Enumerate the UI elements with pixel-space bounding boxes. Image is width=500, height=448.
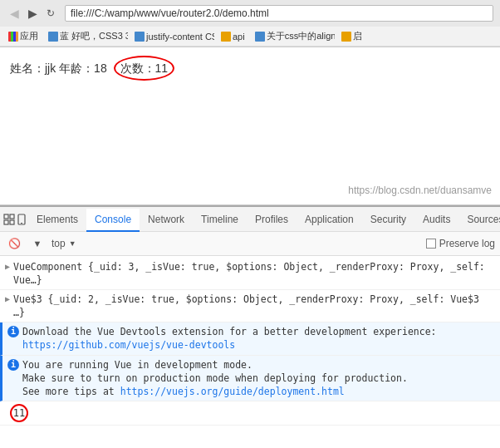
entry-text-1: VueComponent {_uid: 3, _isVue: true, $op… — [13, 260, 495, 287]
console-entry-4: i You are running Vue in development mod… — [0, 356, 500, 401]
bookmark-icon-2 — [135, 32, 145, 42]
reload-button[interactable]: ↻ — [43, 6, 58, 21]
bookmark-2[interactable]: justify-content CSS3 — [131, 31, 214, 42]
bookmark-label-4: 关于css中的align-co — [267, 30, 335, 42]
console-entry-1: ▶ VueComponent {_uid: 3, _isVue: true, $… — [0, 258, 500, 290]
bookmark-1[interactable]: 蓝 好吧，CSS3 3D tran — [45, 29, 128, 43]
console-content[interactable]: ▶ VueComponent {_uid: 3, _isVue: true, $… — [0, 256, 500, 438]
bookmark-5[interactable]: 启 — [338, 29, 365, 43]
vue-tips-link[interactable]: https://vuejs.org/guide/deployment.html — [120, 386, 345, 397]
filter-button[interactable]: ▼ — [28, 234, 47, 253]
expand-arrow-1[interactable]: ▶ — [5, 261, 10, 273]
apps-icon — [8, 32, 18, 42]
info-icon-4: i — [7, 359, 19, 371]
svg-rect-0 — [4, 214, 8, 219]
nav-buttons: ◀ ▶ ↻ — [7, 6, 58, 21]
preserve-log-checkbox[interactable] — [426, 239, 436, 249]
bookmark-icon-5 — [341, 32, 351, 42]
page-main-text: 姓名：jjk 年龄：18 — [10, 62, 107, 75]
bookmark-label-2: justify-content CSS3 — [146, 32, 214, 42]
bookmark-label-1: 蓝 好吧，CSS3 3D tran — [60, 30, 128, 42]
bookmark-3[interactable]: api — [218, 31, 248, 42]
top-label: top — [51, 238, 66, 249]
tab-audits[interactable]: Audits — [414, 209, 458, 232]
console-toolbar: 🚫 ▼ top ▼ Preserve log — [0, 232, 500, 256]
expand-arrow-2[interactable]: ▶ — [5, 293, 10, 305]
forward-button[interactable]: ▶ — [25, 6, 40, 21]
tab-console[interactable]: Console — [86, 209, 140, 232]
tab-timeline[interactable]: Timeline — [193, 209, 247, 232]
bookmark-label-3: api — [233, 32, 245, 42]
devtools-toolbar: Elements Console Network Timeline Profil… — [0, 207, 500, 232]
mobile-button[interactable] — [17, 210, 27, 229]
inspect-element-button[interactable] — [3, 210, 15, 229]
console-entry-3: i Download the Vue Devtools extension fo… — [0, 322, 500, 355]
highlight-count: 次数：11 — [114, 56, 175, 81]
console-entry-2: ▶ Vue$3 {_uid: 2, _isVue: true, $options… — [0, 290, 500, 322]
bookmark-apps[interactable]: 应用 — [5, 29, 42, 43]
bookmark-apps-label: 应用 — [20, 30, 38, 42]
bookmark-icon-4 — [255, 32, 265, 42]
preserve-log-label: Preserve log — [439, 238, 495, 249]
bookmark-4[interactable]: 关于css中的align-co — [252, 29, 335, 43]
devtools-tabs: Elements Console Network Timeline Profil… — [28, 209, 500, 230]
filter-top: top ▼ — [51, 238, 76, 249]
tab-profiles[interactable]: Profiles — [247, 209, 297, 232]
page-text: 姓名：jjk 年龄：18 次数：11 — [10, 56, 490, 81]
back-button[interactable]: ◀ — [7, 6, 22, 21]
tab-security[interactable]: Security — [362, 209, 414, 232]
url-text: file:///C:/wamp/www/vue/router2.0/demo.h… — [71, 7, 269, 19]
browser-chrome: ◀ ▶ ↻ file:///C:/wamp/www/vue/router2.0/… — [0, 0, 500, 47]
bookmark-label-5: 启 — [353, 30, 362, 42]
bookmarks-bar: 应用 蓝 好吧，CSS3 3D tran justify-content CSS… — [0, 27, 500, 47]
tab-application[interactable]: Application — [297, 209, 362, 232]
devtools-link[interactable]: https://github.com/vuejs/vue-devtools — [22, 339, 235, 351]
preserve-log-option: Preserve log — [426, 238, 495, 249]
svg-rect-2 — [4, 220, 8, 224]
entry-text-3: Download the Vue Devtools extension for … — [22, 325, 495, 352]
titlebar: ◀ ▶ ↻ file:///C:/wamp/www/vue/router2.0/… — [0, 0, 500, 27]
watermark: https://blog.csdn.net/duansamve — [348, 185, 492, 196]
bookmark-icon-1 — [48, 32, 58, 42]
dropdown-arrow-icon: ▼ — [69, 239, 76, 248]
console-number-11: 11 — [10, 404, 28, 422]
entry-text-2: Vue$3 {_uid: 2, _isVue: true, $options: … — [13, 293, 495, 319]
tab-sources[interactable]: Sources — [458, 209, 500, 232]
svg-rect-3 — [10, 220, 14, 224]
console-entry-5: 11 — [0, 401, 500, 426]
devtools-panel: Elements Console Network Timeline Profil… — [0, 205, 500, 438]
info-icon-3: i — [7, 326, 19, 337]
clear-console-button[interactable]: 🚫 — [5, 234, 23, 253]
bookmark-icon-3 — [221, 32, 231, 42]
tab-elements[interactable]: Elements — [28, 209, 86, 232]
entry-text-4: You are running Vue in development mode.… — [22, 358, 495, 398]
tab-network[interactable]: Network — [140, 209, 193, 232]
page-content: 姓名：jjk 年龄：18 次数：11 https://blog.csdn.net… — [0, 47, 500, 205]
address-bar[interactable]: file:///C:/wamp/www/vue/router2.0/demo.h… — [65, 5, 493, 22]
svg-rect-1 — [10, 214, 14, 219]
